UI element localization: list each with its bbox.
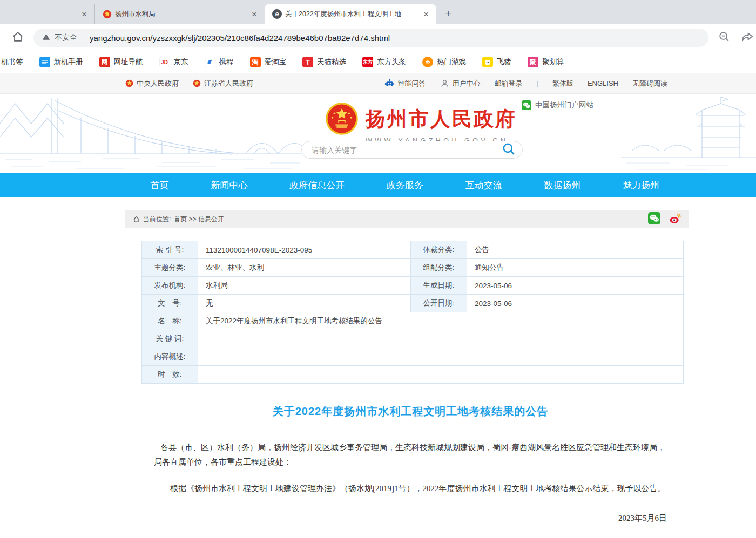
meta-label: 生成日期: [411,277,467,295]
meta-value-keywords [198,330,684,348]
english-version-link[interactable]: ENGLISH [588,79,618,87]
tab-bar: × 扬州市水利局 × e 关于2022年度扬州市水利工程文明工地 × + [0,0,756,24]
site-search[interactable] [301,141,523,159]
traditional-version-link[interactable]: 繁体版 [552,79,573,88]
security-label[interactable]: 不安全 [55,33,77,43]
link-jiangsu-gov[interactable]: 江苏省人民政府 [193,79,253,88]
games-icon [422,57,433,67]
share-wechat-icon[interactable] [648,212,660,227]
share-icon[interactable] [741,30,754,45]
search-icon[interactable] [502,142,516,158]
accessibility-link[interactable]: 无障碍阅读 [632,79,667,88]
article-paragraph-recipients: 各县（市、区）水利（务）局，扬州经济开发区城乡事务管理局，生态科技新城规划建设局… [154,440,667,469]
breadcrumb-bar: 当前位置: 首页 >> 信息公开 [125,210,689,228]
meta-value-validity [198,366,684,384]
tab-active-announcement[interactable]: e 关于2022年度扬州市水利工程文明工地 × [265,4,436,24]
meta-label: 索 引 号: [142,241,198,259]
tower-sketch-right [621,94,756,173]
bookmark-jd[interactable]: JD京东 [159,57,188,67]
smart-qa-link[interactable]: 智能问答 [384,78,426,88]
site-header-banner: 扬州市人民政府 WWW.YANGZHOU.GOV.CN 中国扬州门户网站 [0,94,756,173]
meta-label: 文 号: [142,295,198,312]
zoom-out-icon[interactable] [718,31,730,45]
bookmarks-bar: 机书签 新机手册 网网址导航 JD京东 携程 淘爱淘宝 T天猫精选 东方东方头条… [0,51,756,73]
dongfang-icon: 东方 [362,57,373,67]
home-icon[interactable] [12,31,24,45]
portal-badge[interactable]: 中国扬州门户网站 [522,100,593,110]
article-paragraph-basis: 根据《扬州市水利工程文明工地建设管理办法》（扬水规[2019]1号），2022年… [154,481,667,496]
meta-label: 主题分类: [142,259,198,277]
bookmark-aitaobao[interactable]: 淘爱淘宝 [250,57,287,67]
nav-news-center[interactable]: 新闻中心 [211,179,248,192]
national-emblem-icon [325,102,359,138]
bookmark-new-manual[interactable]: 新机手册 [39,57,83,67]
meta-value-genre: 公告 [467,241,684,259]
fliggy-pig-icon [482,57,493,67]
browser-logo-icon: e [272,9,282,19]
user-icon [440,79,449,88]
nav-data-yangzhou[interactable]: 数据扬州 [544,179,580,192]
content-area: 当前位置: 首页 >> 信息公开 索 引 号: 1132100001440709… [125,210,689,538]
tab-yangzhou-water-bureau[interactable]: 扬州市水利局 × [95,4,265,24]
search-input[interactable] [312,146,502,154]
nav-gov-info-disclosure[interactable]: 政府信息公开 [289,179,345,192]
meta-label: 关 键 词: [142,330,198,348]
nav-interaction[interactable]: 互动交流 [465,179,502,192]
meta-value-title: 关于2022年度扬州市水利工程文明工地考核结果的公告 [198,312,684,330]
meta-value-summary [198,348,684,366]
meta-label: 名 称: [142,312,198,330]
jd-icon: JD [159,57,170,67]
mail-login-link[interactable]: 邮箱登录 [495,79,523,88]
announcement-article: 关于2022年度扬州市水利工程文明工地考核结果的公告 各县（市、区）水利（务）局… [154,404,667,538]
taobao-icon: 淘 [250,57,261,67]
juhuasuan-icon: 聚 [528,57,538,67]
url-divider [83,33,83,43]
meta-value-created-date: 2023-05-06 [467,277,684,295]
url-bar[interactable]: 不安全 yangzhou.gov.cn/yzszxxgk/slj/202305/… [33,29,708,47]
close-icon[interactable]: × [249,9,259,20]
link-central-gov[interactable]: 中央人民政府 [125,79,179,88]
national-emblem-icon [103,10,112,19]
breadcrumb-label: 当前位置: [143,215,171,224]
address-toolbar: 不安全 yangzhou.gov.cn/yzszxxgk/slj/202305/… [0,24,756,51]
meta-value-public-date: 2023-05-06 [467,295,684,312]
manual-icon [39,57,50,67]
site-nav-icon: 网 [99,57,110,67]
bookmark-fliggy[interactable]: 飞猪 [482,57,511,67]
meta-label: 组配分类: [411,259,467,277]
bookmark-games[interactable]: 热门游戏 [422,57,466,67]
nav-home[interactable]: 首页 [151,179,169,192]
divider: | [537,79,538,87]
close-icon[interactable]: × [79,9,89,20]
bookmark-tmall[interactable]: T天猫精选 [302,57,346,67]
bookmark-ctrip[interactable]: 携程 [205,57,234,67]
national-emblem-icon [193,79,201,87]
breadcrumb-path[interactable]: 首页 >> 信息公开 [174,215,224,224]
meta-value-publisher: 水利局 [198,277,411,295]
share-weibo-icon[interactable] [669,212,681,227]
user-center-link[interactable]: 用户中心 [440,79,481,88]
bookmark-site-nav[interactable]: 网网址导航 [99,57,143,67]
tab-leftmost-partial[interactable]: × [0,4,95,24]
nav-gov-services[interactable]: 政务服务 [387,179,423,192]
gov-top-bar: 中央人民政府 江苏省人民政府 智能问答 用户中心 邮箱登录 | 繁体版 ENGL… [0,73,756,94]
close-icon[interactable]: × [421,9,431,20]
robot-icon [384,78,395,88]
warning-icon [42,33,50,43]
national-emblem-icon [125,79,133,87]
meta-label: 发布机构: [142,277,198,295]
meta-label: 公开日期: [411,295,467,312]
url-text[interactable]: yangzhou.gov.cn/yzszxxgk/slj/202305/210c… [90,33,390,43]
browser-chrome: × 扬州市水利局 × e 关于2022年度扬州市水利工程文明工地 × + 不安全… [0,0,756,73]
tab-title: 关于2022年度扬州市水利工程文明工地 [285,10,418,19]
bookmark-juhuasuan[interactable]: 聚聚划算 [528,57,564,67]
new-tab-button[interactable]: + [445,7,451,20]
bookmark-dongfang[interactable]: 东方东方头条 [362,57,406,67]
main-nav: 首页 新闻中心 政府信息公开 政务服务 互动交流 数据扬州 魅力扬州 [0,173,756,197]
ctrip-dolphin-icon [205,57,215,67]
nav-charming-yangzhou[interactable]: 魅力扬州 [623,179,659,192]
meta-value-topic: 农业、林业、水利 [198,259,411,277]
bookmark-phone-marks[interactable]: 机书签 [1,57,23,67]
site-title: 扬州市人民政府 [366,106,517,133]
meta-label: 内容概述: [142,348,198,366]
